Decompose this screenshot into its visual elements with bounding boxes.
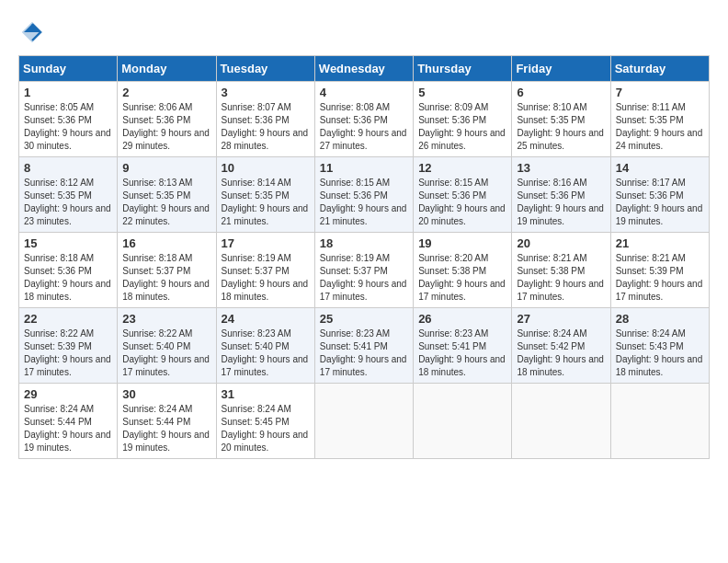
calendar-day-cell: 15 Sunrise: 8:18 AMSunset: 5:36 PMDaylig…	[19, 233, 118, 308]
calendar-day-cell: 6 Sunrise: 8:10 AMSunset: 5:35 PMDayligh…	[512, 82, 610, 157]
day-number: 17	[222, 236, 310, 250]
calendar-table: SundayMondayTuesdayWednesdayThursdayFrid…	[18, 55, 710, 459]
calendar-week-row: 8 Sunrise: 8:12 AMSunset: 5:35 PMDayligh…	[19, 157, 710, 233]
logo-icon	[18, 18, 46, 46]
calendar-day-cell: 31 Sunrise: 8:24 AMSunset: 5:45 PMDaylig…	[216, 384, 314, 459]
day-info: Sunrise: 8:06 AMSunset: 5:36 PMDaylight:…	[122, 102, 210, 151]
day-number: 20	[517, 236, 605, 250]
calendar-day-cell: 21 Sunrise: 8:21 AMSunset: 5:39 PMDaylig…	[610, 233, 709, 308]
day-number: 9	[122, 161, 210, 175]
day-number: 26	[418, 312, 506, 326]
calendar-day-cell: 30 Sunrise: 8:24 AMSunset: 5:44 PMDaylig…	[118, 384, 216, 459]
day-info: Sunrise: 8:05 AMSunset: 5:36 PMDaylight:…	[24, 102, 111, 151]
day-info: Sunrise: 8:15 AMSunset: 5:36 PMDaylight:…	[320, 178, 407, 226]
page-header	[18, 18, 710, 46]
day-number: 15	[24, 236, 112, 250]
calendar-day-cell: 17 Sunrise: 8:19 AMSunset: 5:37 PMDaylig…	[216, 233, 314, 308]
day-info: Sunrise: 8:23 AMSunset: 5:41 PMDaylight:…	[320, 328, 407, 377]
day-info: Sunrise: 8:18 AMSunset: 5:37 PMDaylight:…	[122, 253, 210, 302]
calendar-week-row: 1 Sunrise: 8:05 AMSunset: 5:36 PMDayligh…	[19, 82, 710, 157]
calendar-day-cell: 7 Sunrise: 8:11 AMSunset: 5:35 PMDayligh…	[610, 82, 709, 157]
day-info: Sunrise: 8:22 AMSunset: 5:39 PMDaylight:…	[24, 328, 111, 377]
day-number: 22	[24, 312, 112, 326]
calendar-day-cell: 13 Sunrise: 8:16 AMSunset: 5:36 PMDaylig…	[512, 157, 610, 233]
day-number: 8	[24, 161, 112, 175]
day-of-week-header: Saturday	[610, 56, 709, 82]
calendar-header-row: SundayMondayTuesdayWednesdayThursdayFrid…	[19, 56, 710, 82]
day-info: Sunrise: 8:21 AMSunset: 5:38 PMDaylight:…	[517, 253, 604, 302]
day-number: 19	[418, 236, 506, 250]
calendar-day-cell: 16 Sunrise: 8:18 AMSunset: 5:37 PMDaylig…	[118, 233, 216, 308]
day-info: Sunrise: 8:19 AMSunset: 5:37 PMDaylight:…	[222, 253, 309, 302]
day-info: Sunrise: 8:08 AMSunset: 5:36 PMDaylight:…	[320, 102, 407, 151]
calendar-day-cell: 5 Sunrise: 8:09 AMSunset: 5:36 PMDayligh…	[414, 82, 512, 157]
day-info: Sunrise: 8:11 AMSunset: 5:35 PMDaylight:…	[616, 102, 703, 151]
calendar-day-cell: 4 Sunrise: 8:08 AMSunset: 5:36 PMDayligh…	[314, 82, 413, 157]
calendar-day-cell: 25 Sunrise: 8:23 AMSunset: 5:41 PMDaylig…	[314, 308, 413, 384]
calendar-day-cell: 28 Sunrise: 8:24 AMSunset: 5:43 PMDaylig…	[610, 308, 709, 384]
day-of-week-header: Wednesday	[314, 56, 413, 82]
calendar-day-cell: 24 Sunrise: 8:23 AMSunset: 5:40 PMDaylig…	[216, 308, 314, 384]
day-info: Sunrise: 8:18 AMSunset: 5:36 PMDaylight:…	[24, 253, 111, 302]
day-info: Sunrise: 8:12 AMSunset: 5:35 PMDaylight:…	[24, 178, 111, 226]
day-number: 10	[222, 161, 310, 175]
day-number: 5	[418, 86, 506, 99]
day-number: 3	[222, 86, 310, 99]
calendar-day-cell: 23 Sunrise: 8:22 AMSunset: 5:40 PMDaylig…	[118, 308, 216, 384]
calendar-day-cell: 10 Sunrise: 8:14 AMSunset: 5:35 PMDaylig…	[216, 157, 314, 233]
calendar-week-row: 15 Sunrise: 8:18 AMSunset: 5:36 PMDaylig…	[19, 233, 710, 308]
day-info: Sunrise: 8:07 AMSunset: 5:36 PMDaylight:…	[222, 102, 309, 151]
calendar-day-cell: 27 Sunrise: 8:24 AMSunset: 5:42 PMDaylig…	[512, 308, 610, 384]
day-info: Sunrise: 8:16 AMSunset: 5:36 PMDaylight:…	[517, 178, 604, 226]
logo	[18, 18, 50, 46]
calendar-day-cell	[314, 384, 413, 459]
day-info: Sunrise: 8:20 AMSunset: 5:38 PMDaylight:…	[418, 253, 506, 302]
day-number: 14	[616, 161, 704, 175]
day-of-week-header: Tuesday	[216, 56, 314, 82]
calendar-day-cell: 18 Sunrise: 8:19 AMSunset: 5:37 PMDaylig…	[314, 233, 413, 308]
day-info: Sunrise: 8:17 AMSunset: 5:36 PMDaylight:…	[616, 178, 703, 226]
day-number: 24	[222, 312, 310, 326]
day-info: Sunrise: 8:23 AMSunset: 5:41 PMDaylight:…	[418, 328, 506, 377]
day-number: 6	[517, 86, 605, 99]
calendar-day-cell: 11 Sunrise: 8:15 AMSunset: 5:36 PMDaylig…	[314, 157, 413, 233]
day-info: Sunrise: 8:24 AMSunset: 5:42 PMDaylight:…	[517, 328, 604, 377]
calendar-day-cell: 1 Sunrise: 8:05 AMSunset: 5:36 PMDayligh…	[19, 82, 118, 157]
calendar-day-cell: 2 Sunrise: 8:06 AMSunset: 5:36 PMDayligh…	[118, 82, 216, 157]
day-info: Sunrise: 8:22 AMSunset: 5:40 PMDaylight:…	[122, 328, 210, 377]
day-info: Sunrise: 8:24 AMSunset: 5:44 PMDaylight:…	[24, 404, 111, 453]
day-number: 1	[24, 86, 112, 99]
calendar-day-cell	[610, 384, 709, 459]
day-info: Sunrise: 8:23 AMSunset: 5:40 PMDaylight:…	[222, 328, 309, 377]
day-number: 12	[418, 161, 506, 175]
calendar-day-cell: 26 Sunrise: 8:23 AMSunset: 5:41 PMDaylig…	[414, 308, 512, 384]
day-info: Sunrise: 8:24 AMSunset: 5:44 PMDaylight:…	[122, 404, 210, 453]
day-number: 31	[222, 387, 310, 401]
day-info: Sunrise: 8:19 AMSunset: 5:37 PMDaylight:…	[320, 253, 407, 302]
day-number: 21	[616, 236, 704, 250]
calendar-week-row: 29 Sunrise: 8:24 AMSunset: 5:44 PMDaylig…	[19, 384, 710, 459]
calendar-day-cell: 3 Sunrise: 8:07 AMSunset: 5:36 PMDayligh…	[216, 82, 314, 157]
day-of-week-header: Thursday	[414, 56, 512, 82]
day-info: Sunrise: 8:10 AMSunset: 5:35 PMDaylight:…	[517, 102, 604, 151]
day-number: 27	[517, 312, 605, 326]
day-number: 13	[517, 161, 605, 175]
calendar-week-row: 22 Sunrise: 8:22 AMSunset: 5:39 PMDaylig…	[19, 308, 710, 384]
day-number: 30	[122, 387, 210, 401]
calendar-day-cell: 20 Sunrise: 8:21 AMSunset: 5:38 PMDaylig…	[512, 233, 610, 308]
day-number: 25	[320, 312, 408, 326]
calendar-day-cell: 19 Sunrise: 8:20 AMSunset: 5:38 PMDaylig…	[414, 233, 512, 308]
day-number: 16	[122, 236, 210, 250]
calendar-day-cell: 12 Sunrise: 8:15 AMSunset: 5:36 PMDaylig…	[414, 157, 512, 233]
day-number: 29	[24, 387, 112, 401]
day-number: 7	[616, 86, 704, 99]
calendar-day-cell: 9 Sunrise: 8:13 AMSunset: 5:35 PMDayligh…	[118, 157, 216, 233]
day-info: Sunrise: 8:09 AMSunset: 5:36 PMDaylight:…	[418, 102, 506, 151]
day-number: 23	[122, 312, 210, 326]
calendar-day-cell: 22 Sunrise: 8:22 AMSunset: 5:39 PMDaylig…	[19, 308, 118, 384]
day-info: Sunrise: 8:14 AMSunset: 5:35 PMDaylight:…	[222, 178, 309, 226]
day-number: 18	[320, 236, 408, 250]
day-info: Sunrise: 8:24 AMSunset: 5:45 PMDaylight:…	[222, 404, 309, 453]
day-of-week-header: Monday	[118, 56, 216, 82]
day-info: Sunrise: 8:24 AMSunset: 5:43 PMDaylight:…	[616, 328, 703, 377]
